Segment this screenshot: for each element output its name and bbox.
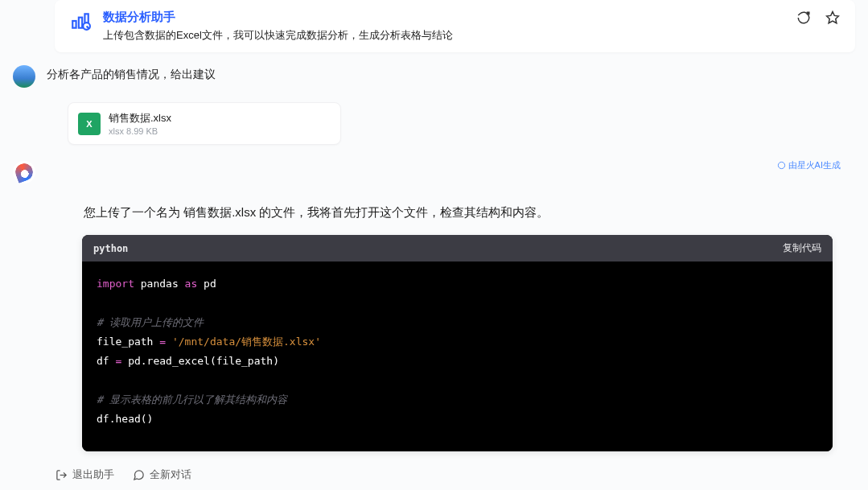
file-meta: xlsx 8.99 KB [109,126,171,136]
code-block: python 复制代码 import pandas as pd # 读取用户上传… [82,235,833,451]
assistant-header-card: 数据分析助手 上传包含数据的Excel文件，我可以快速完成数据分析，生成分析表格… [55,0,855,52]
app-title: 数据分析助手 [103,10,784,25]
copy-code-button[interactable]: 复制代码 [783,241,821,255]
code-language-label: python [93,243,128,254]
svg-marker-5 [827,12,839,23]
excel-file-icon: X [78,113,101,135]
generation-badge: 由星火AI生成 [777,159,841,171]
user-avatar [13,65,35,88]
ai-message-filename: 销售数据.xlsx [183,205,256,219]
chat-icon [132,468,145,481]
code-header: python 复制代码 [82,235,833,261]
user-message-row: 分析各产品的销售情况，给出建议 [13,65,855,88]
refresh-icon[interactable] [796,10,812,26]
file-name: 销售数据.xlsx [109,111,171,126]
svg-rect-1 [79,18,82,28]
app-description: 上传包含数据的Excel文件，我可以快速完成数据分析，生成分析表格与结论 [103,28,784,43]
exit-icon [55,468,68,481]
footer-actions: 退出助手 全新对话 [55,467,191,482]
app-icon [69,10,92,32]
new-chat-label: 全新对话 [150,467,191,482]
star-icon[interactable] [825,10,841,26]
svg-point-6 [778,162,784,168]
code-body[interactable]: import pandas as pd # 读取用户上传的文件 file_pat… [82,261,833,451]
ai-message-text: 您上传了一个名为 销售数据.xlsx 的文件，我将首先打开这个文件，检查其结构和… [84,203,831,222]
exit-label: 退出助手 [72,467,114,482]
spark-flame-icon [13,161,35,183]
exit-assistant-button[interactable]: 退出助手 [55,467,114,482]
ai-avatar [13,161,35,183]
svg-rect-0 [72,21,76,28]
file-attachment[interactable]: X 销售数据.xlsx xlsx 8.99 KB [68,102,341,145]
user-message-text: 分析各产品的销售情况，给出建议 [47,65,216,82]
ai-message-row: 由星火AI生成 [13,161,855,183]
new-chat-button[interactable]: 全新对话 [132,467,191,482]
